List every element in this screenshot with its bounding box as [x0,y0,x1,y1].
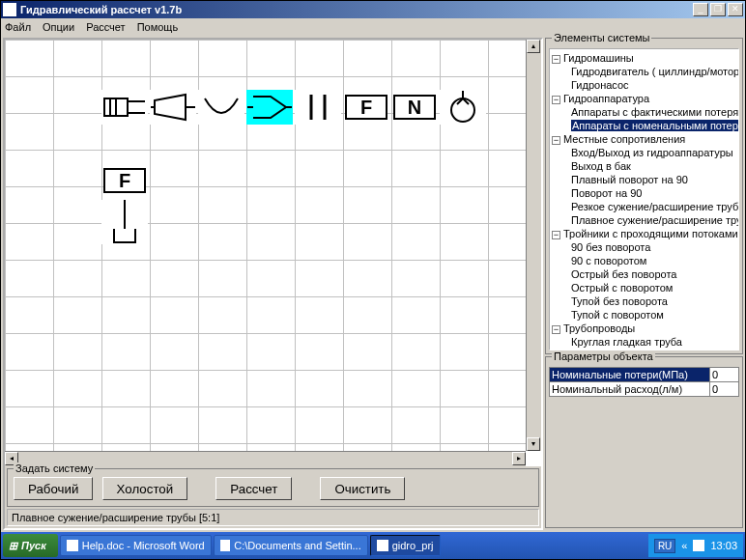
taskbar-item[interactable]: gidro_prj [370,535,441,556]
tree-item[interactable]: Тупой с поворотом [552,308,736,322]
scroll-up-button[interactable]: ▴ [527,40,540,53]
menu-help[interactable]: Помощь [137,21,179,33]
calc-button[interactable]: Рассчет [215,477,292,500]
symbol-element-selected[interactable] [246,90,293,125]
tree-item[interactable]: 90 без поворота [552,240,736,254]
params-group: Параметры объекта Номинальные потери(МПа… [545,356,743,528]
menu-calc[interactable]: Рассчет [86,21,126,33]
window-title: Гидравлический рассчет v1.7b [20,4,693,15]
symbol-element[interactable] [150,90,196,125]
params-label: Параметры объекта [552,350,655,362]
symbol-element[interactable] [101,200,148,244]
tree-item[interactable]: Гидродвигатель ( циллиндр/мотор ) [552,65,736,78]
symbol-element[interactable] [295,90,341,125]
tree-item[interactable]: Тупой без поворота [552,294,736,308]
symbol-n-box[interactable]: N [393,95,436,120]
clock: 13:03 [710,540,737,551]
symbol-f-box[interactable]: F [345,95,387,120]
tree-item[interactable]: Плавное сужение/расширение трубы [552,213,736,227]
tree-item[interactable]: Плавный поворот на 90 [552,173,736,186]
canvas-grid[interactable]: F N F [5,40,526,451]
taskbar-item[interactable]: Help.doc - Microsoft Word [60,535,212,556]
params-table[interactable]: Номинальные потери(МПа)0Номинальный расх… [549,367,739,397]
tree-parent[interactable]: −Гидроаппаратура [552,92,736,105]
param-row[interactable]: Номинальные потери(МПа)0 [550,368,739,382]
tree-item[interactable]: Острый с поворотом [552,281,736,294]
param-row[interactable]: Номинальный расход(л/м)0 [550,382,739,397]
app-icon [377,540,388,551]
tree-item[interactable]: 90 с поворотом [552,254,736,267]
expander-icon[interactable]: − [552,55,560,64]
clear-button[interactable]: Очистить [320,477,405,500]
menu-file[interactable]: Файл [5,21,31,33]
statusbar: Плавное сужение/расширение трубы [5:1] [7,509,539,526]
vertical-scrollbar[interactable]: ▴ ▾ [526,40,541,451]
tree-parent[interactable]: −Трубопроводы [552,322,736,335]
tree-item[interactable]: Аппараты с фактическими потерями [552,105,736,119]
symbol-element[interactable] [198,90,244,125]
app-icon [67,540,78,551]
expander-icon[interactable]: − [552,136,560,145]
idle-button[interactable]: Холостой [102,477,188,500]
app-icon [3,3,16,16]
left-panel: F N F ▴ ▾ ◂ ▸ [3,38,543,530]
tree-item[interactable]: Острый без поворота [552,267,736,281]
tree-parent[interactable]: −Тройники с проходящими потоками [552,227,736,240]
menu-options[interactable]: Опции [43,21,74,33]
minimize-button[interactable]: _ [693,3,708,16]
language-indicator[interactable]: RU [654,539,675,553]
tree-item[interactable]: Поворот на 90 [552,186,736,200]
tree-item[interactable]: Вход/Выход из гидроаппаратуры [552,146,736,159]
tree-parent[interactable]: −Местные сопротивления [552,132,736,146]
svg-point-11 [451,98,474,122]
tree-item[interactable]: Выход в бак [552,159,736,173]
tree-item[interactable]: Резкое сужение/расширение трубы [552,200,736,213]
tree-parent[interactable]: −Гидромашины [552,51,736,65]
elements-tree[interactable]: −ГидромашиныГидродвигатель ( циллиндр/мо… [549,48,739,350]
maximize-button[interactable]: ❐ [710,3,726,16]
canvas-area[interactable]: F N F ▴ ▾ ◂ ▸ [5,40,541,466]
taskbar: ⊞Пуск Help.doc - Microsoft WordC:\Docume… [1,532,745,559]
symbol-element[interactable] [101,90,148,125]
scroll-right-button[interactable]: ▸ [512,452,526,465]
app-icon [220,540,231,551]
expander-icon[interactable]: − [552,325,560,334]
scroll-down-button[interactable]: ▾ [527,437,540,451]
start-button[interactable]: ⊞Пуск [3,534,58,557]
close-button[interactable]: ✕ [728,3,743,16]
expander-icon[interactable]: − [552,96,560,104]
work-button[interactable]: Рабочий [14,477,93,500]
elements-label: Элементы системы [552,32,651,43]
tray-icon[interactable] [693,540,704,551]
tree-item[interactable]: Гидронасос [552,78,736,92]
tree-item[interactable]: Аппараты с номенальными потерями [552,119,736,132]
symbol-f-box[interactable]: F [103,168,146,193]
expander-icon[interactable]: − [552,231,560,239]
tree-item[interactable]: Круглая гладкая труба [552,335,736,349]
tray-icon[interactable]: « [681,540,687,551]
titlebar: Гидравлический рассчет v1.7b _ ❐ ✕ [1,1,745,18]
set-system-label: Задать систему [14,462,95,474]
status-text: Плавное сужение/расширение трубы [5:1] [12,512,219,523]
system-tray[interactable]: RU « 13:03 [648,534,743,557]
elements-group: Элементы системы −ГидромашиныГидродвигат… [545,38,743,354]
set-system-group: Задать систему Рабочий Холостой Рассчет … [7,468,539,507]
taskbar-item[interactable]: C:\Documents and Settin... [214,535,368,556]
symbol-element[interactable] [440,90,486,125]
